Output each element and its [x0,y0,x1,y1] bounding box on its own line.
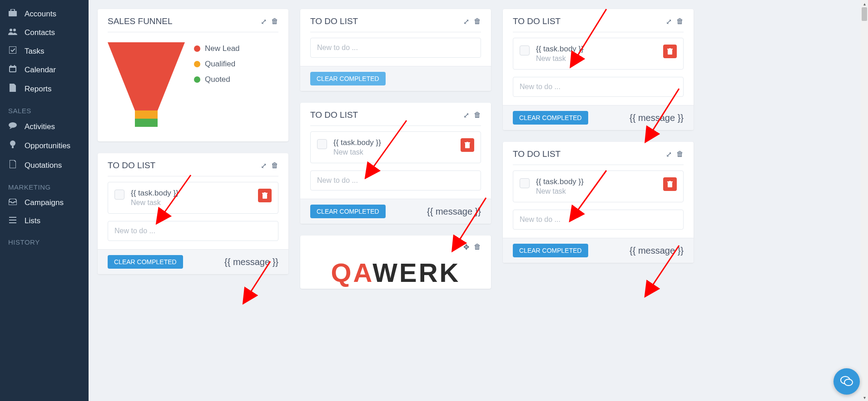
logo-qa: QA [331,258,372,287]
list-icon [8,216,17,226]
message-text: {{ message }} [630,113,684,123]
sidebar-item-accounts[interactable]: Accounts [0,5,89,23]
expand-icon[interactable]: ⤢ [463,17,469,26]
clear-completed-button[interactable]: CLEAR COMPLETED [513,111,588,125]
sidebar-item-opportunities[interactable]: Opportunities [0,136,89,155]
svg-marker-15 [108,42,185,110]
chat-button[interactable] [833,368,860,395]
trash-icon [465,142,470,148]
legend-label: Quoted [205,75,230,84]
sidebar-heading-history: HISTORY [0,230,89,249]
clear-completed-button[interactable]: CLEAR COMPLETED [108,255,183,269]
delete-task-button[interactable] [258,189,272,202]
trash-icon[interactable]: 🗑 [676,150,684,159]
expand-icon[interactable]: ⤢ [666,150,672,159]
svg-rect-16 [135,110,158,119]
task-subtext: New task [131,199,252,207]
sidebar-item-activities[interactable]: Activities [0,117,89,136]
bulb-icon [8,140,17,151]
card-qawerk: ✥ 🗑 QAWERK [300,236,491,289]
card-sales-funnel: SALES FUNNEL ⤢ 🗑 [98,9,288,141]
trash-icon[interactable]: 🗑 [474,111,481,120]
expand-icon[interactable]: ⤢ [666,17,672,26]
svg-rect-18 [263,194,267,199]
inbox-icon [8,198,17,207]
legend-label: New Lead [205,44,240,53]
svg-rect-17 [135,119,158,127]
scrollbar-thumb[interactable] [862,7,867,21]
trash-icon[interactable]: 🗑 [676,17,684,26]
delete-task-button[interactable] [663,177,677,191]
clear-completed-button[interactable]: CLEAR COMPLETED [513,244,588,257]
expand-icon[interactable]: ⤢ [463,111,469,120]
task-row: {{ task.body }} New task [310,131,481,163]
svg-rect-11 [12,146,14,148]
card-title: TO DO LIST [310,110,463,120]
new-todo-input[interactable] [513,210,684,230]
card-todo-3a: TO DO LIST ⤢ 🗑 {{ task.body }} New ta [503,9,694,130]
sidebar-item-lists[interactable]: Lists [0,212,89,230]
divider [513,165,684,165]
svg-rect-26 [669,48,671,49]
task-body-text: {{ task.body }} [333,138,454,147]
svg-rect-24 [668,50,672,55]
task-checkbox[interactable] [114,190,124,200]
svg-rect-14 [9,222,16,223]
scroll-down-button[interactable]: ▾ [861,394,868,401]
svg-rect-29 [669,181,671,182]
expand-icon[interactable]: ⤢ [261,17,267,26]
task-subtext: New task [536,187,657,195]
task-checkbox[interactable] [520,178,530,188]
trash-icon [667,181,673,187]
new-todo-input[interactable] [310,170,481,190]
trash-icon[interactable]: 🗑 [474,17,481,26]
clear-completed-button[interactable]: CLEAR COMPLETED [310,205,386,218]
divider [108,176,278,176]
expand-icon[interactable]: ⤢ [261,161,267,170]
svg-point-10 [10,140,15,146]
sidebar-item-label: Contacts [25,28,55,37]
clear-completed-button[interactable]: CLEAR COMPLETED [310,72,386,85]
sidebar-item-label: Campaigns [25,198,64,207]
funnel-legend: New Lead Qualified Quoted [194,42,240,84]
sidebar-item-reports[interactable]: Reports [0,79,89,99]
delete-task-button[interactable] [663,45,677,58]
task-body-text: {{ task.body }} [536,45,657,54]
logo-werk: WERK [372,258,460,287]
dashboard-col-3: TO DO LIST ⤢ 🗑 {{ task.body }} New ta [503,9,694,263]
scroll-up-button[interactable]: ▴ [861,0,868,7]
dot-icon [194,45,200,52]
task-checkbox[interactable] [520,45,530,55]
task-subtext: New task [333,148,454,156]
trash-icon [667,48,673,55]
sidebar-item-label: Calendar [25,65,56,75]
sidebar-item-campaigns[interactable]: Campaigns [0,194,89,212]
svg-rect-13 [9,220,16,221]
task-row: {{ task.body }} New task [513,170,684,202]
task-checkbox[interactable] [317,139,327,149]
move-icon[interactable]: ✥ [463,243,469,251]
funnel-chart [108,42,185,133]
svg-rect-1 [11,9,15,11]
trash-icon[interactable]: 🗑 [271,161,278,170]
new-todo-input[interactable] [513,77,684,97]
delete-task-button[interactable] [461,138,474,152]
check-square-icon [8,46,17,56]
sidebar-item-label: Accounts [25,10,56,19]
trash-icon[interactable]: 🗑 [271,17,278,26]
sidebar-item-label: Quotations [25,161,62,170]
sidebar-item-contacts[interactable]: Contacts [0,23,89,42]
sidebar-item-quotations[interactable]: Quotations [0,155,89,175]
dot-icon [194,76,200,83]
scrollbar-track[interactable]: ▴ ▾ [861,0,868,401]
svg-rect-6 [10,68,15,71]
sidebar-item-tasks[interactable]: Tasks [0,42,89,60]
new-todo-input[interactable] [310,38,481,58]
sidebar-item-label: Reports [25,85,52,94]
trash-icon[interactable]: 🗑 [474,243,481,251]
sidebar-item-calendar[interactable]: Calendar [0,60,89,79]
svg-point-2 [10,29,12,31]
task-body-text: {{ task.body }} [536,177,657,186]
task-row: {{ task.body }} New task [513,38,684,70]
new-todo-input[interactable] [108,221,278,241]
